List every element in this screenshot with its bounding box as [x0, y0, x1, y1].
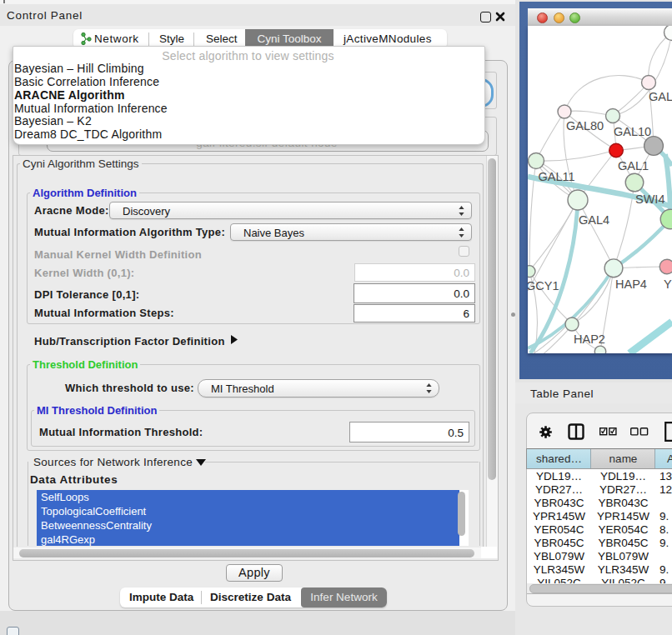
svg-text:GAL1: GAL1	[618, 159, 649, 172]
svg-text:GAL4: GAL4	[579, 213, 609, 227]
svg-text:HAP4: HAP4	[615, 278, 647, 291]
svg-text:GAL: GAL	[649, 90, 672, 103]
svg-text:GAL11: GAL11	[539, 170, 575, 183]
svg-text:GAL80: GAL80	[566, 119, 604, 132]
svg-text:Y: Y	[664, 278, 672, 291]
svg-text:GAL10: GAL10	[614, 125, 651, 138]
svg-text:HAP2: HAP2	[574, 332, 605, 346]
svg-text:SWI4: SWI4	[635, 192, 664, 206]
svg-text:GCY1: GCY1	[528, 279, 559, 292]
